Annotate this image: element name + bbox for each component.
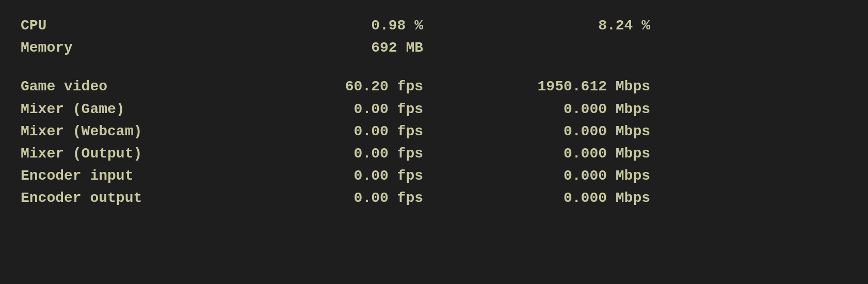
value2-cpu: 8.24 % [433,15,650,36]
stats-panel: CPU0.98 %8.24 %Memory692 MBGame video60.… [21,15,847,211]
row-mixer-game: Mixer (Game)0.00 fps0.000 Mbps [21,99,847,119]
row-encoder-output: Encoder output0.00 fps0.000 Mbps [21,188,847,208]
value1-mixer-webcam: 0.00 fps [237,121,433,141]
value1-encoder-input: 0.00 fps [237,166,433,186]
row-spacer [21,60,847,74]
value1-encoder-output: 0.00 fps [237,188,433,208]
value2-mixer-webcam: 0.000 Mbps [433,121,650,141]
value1-cpu: 0.98 % [237,15,433,36]
row-mixer-webcam: Mixer (Webcam)0.00 fps0.000 Mbps [21,121,847,141]
label-memory: Memory [21,38,237,58]
value2-encoder-output: 0.000 Mbps [433,188,650,208]
label-encoder-output: Encoder output [21,188,237,208]
value1-mixer-game: 0.00 fps [237,99,433,119]
row-cpu: CPU0.98 %8.24 % [21,15,847,36]
row-game-video: Game video60.20 fps1950.612 Mbps [21,76,847,97]
value1-mixer-output: 0.00 fps [237,144,433,164]
value2-game-video: 1950.612 Mbps [433,76,650,97]
label-encoder-input: Encoder input [21,166,237,186]
row-memory: Memory692 MB [21,38,847,58]
label-mixer-webcam: Mixer (Webcam) [21,121,237,141]
value1-game-video: 60.20 fps [237,76,433,97]
value1-memory: 692 MB [237,38,433,58]
row-encoder-input: Encoder input0.00 fps0.000 Mbps [21,166,847,186]
value2-mixer-game: 0.000 Mbps [433,99,650,119]
row-mixer-output: Mixer (Output)0.00 fps0.000 Mbps [21,144,847,164]
label-mixer-output: Mixer (Output) [21,144,237,164]
value2-mixer-output: 0.000 Mbps [433,144,650,164]
label-game-video: Game video [21,76,237,97]
value2-encoder-input: 0.000 Mbps [433,166,650,186]
label-mixer-game: Mixer (Game) [21,99,237,119]
label-cpu: CPU [21,15,237,36]
